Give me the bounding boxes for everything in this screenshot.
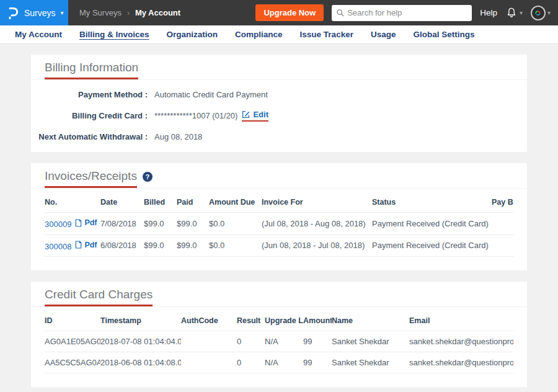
cell-amount-due: $0.0 xyxy=(209,213,262,235)
product-switcher[interactable]: Surveys ▾ xyxy=(0,0,68,25)
tab-my-account[interactable]: My Account xyxy=(6,30,71,39)
help-circle-icon[interactable]: ? xyxy=(143,172,153,182)
cell-no: 300009Pdf xyxy=(45,213,100,235)
billing-information-title: Billing Information xyxy=(45,61,138,79)
pdf-link[interactable]: Pdf xyxy=(75,241,97,249)
charge-row: AG0A1E05AG0A 2018-07-08 01:04:04.0 0 N/A… xyxy=(45,331,513,352)
pdf-link-label: Pdf xyxy=(84,218,97,227)
cell-no: 300008Pdf xyxy=(45,234,100,257)
cell-status: Payment Received (Credit Card) xyxy=(372,213,492,235)
cell-date: 6/08/2018 xyxy=(100,234,144,257)
chevron-down-icon: ▾ xyxy=(520,10,523,16)
tab-issue-tracker[interactable]: Issue Tracker xyxy=(291,30,362,39)
cell-authcode xyxy=(181,352,237,373)
cell-invoice-for: (Jul 08, 2018 - Aug 08, 2018) xyxy=(262,213,372,235)
notifications-button[interactable]: ▾ xyxy=(505,6,523,19)
account-nav: My Account Billing & Invoices Organizati… xyxy=(0,25,558,44)
top-header: Surveys ▾ My Surveys › My Account Upgrad… xyxy=(0,0,558,25)
invoice-row: 300008Pdf 6/08/2018 $99.0 $99.0 $0.0 (Ju… xyxy=(45,234,513,257)
cell-name: Sanket Shekdar xyxy=(332,331,409,352)
cell-name: Sanket Shekdar xyxy=(332,352,409,373)
invoices-header-row: No. Date Billed Paid Amount Due Invoice … xyxy=(45,192,513,213)
breadcrumb: My Surveys › My Account xyxy=(79,0,180,25)
invoices-receipts-card: Invoices/Receipts ? No. Date Billed Paid… xyxy=(31,163,527,270)
billing-credit-card-row: Billing Credit Card : ************1007 (… xyxy=(31,105,527,126)
help-search-box[interactable] xyxy=(332,5,472,21)
cell-amount-due: $0.0 xyxy=(209,234,262,257)
payment-method-label: Payment Method : xyxy=(31,90,148,99)
product-name: Surveys xyxy=(24,8,56,18)
cell-amount: 99 xyxy=(303,331,332,352)
credit-card-charges-title: Credit Card Charges xyxy=(45,288,153,306)
cell-pay-by xyxy=(492,234,513,257)
cell-pay-by xyxy=(492,213,513,235)
billing-credit-card-label: Billing Credit Card : xyxy=(31,111,148,120)
help-link[interactable]: Help xyxy=(480,8,497,17)
breadcrumb-current: My Account xyxy=(135,8,180,17)
invoices-receipts-title: Invoices/Receipts xyxy=(45,169,137,188)
pdf-link[interactable]: Pdf xyxy=(75,218,97,227)
search-icon xyxy=(336,9,344,17)
cell-id: AA5C5C5AG0A xyxy=(45,352,100,373)
avatar xyxy=(531,6,546,20)
cell-timestamp: 2018-06-08 01:04:08.0 xyxy=(100,352,181,373)
next-withdrawal-label: Next Automatic Withdrawal : xyxy=(31,132,148,141)
cell-date: 7/08/2018 xyxy=(100,213,144,235)
breadcrumb-separator-icon: › xyxy=(127,9,130,17)
tab-global-settings[interactable]: Global Settings xyxy=(404,30,483,39)
cell-paid: $99.0 xyxy=(177,234,209,257)
charge-row: AA5C5C5AG0A 2018-06-08 01:04:08.0 0 N/A … xyxy=(45,352,513,373)
chevron-down-icon: ▾ xyxy=(547,10,551,16)
cell-upgrade-level: N/A xyxy=(265,352,303,373)
cell-invoice-for: (Jun 08, 2018 - Jul 08, 2018) xyxy=(262,234,372,257)
col-date: Date xyxy=(100,192,144,213)
col-upgrade-level: Upgrade Level xyxy=(265,311,303,331)
invoice-number-link[interactable]: 300009 xyxy=(45,220,71,229)
cell-result: 0 xyxy=(237,331,265,352)
questionpro-logo-icon xyxy=(7,6,19,20)
cell-result: 0 xyxy=(237,352,265,373)
tab-organization[interactable]: Organization xyxy=(158,30,227,39)
col-no: No. xyxy=(45,192,100,213)
credit-card-charges-card: Credit Card Charges ID Timestamp AuthCod… xyxy=(31,282,527,387)
next-withdrawal-row: Next Automatic Withdrawal : Aug 08, 2018 xyxy=(31,126,527,147)
col-email: Email xyxy=(409,311,513,331)
col-id: ID xyxy=(45,311,100,331)
edit-pencil-icon xyxy=(242,110,250,118)
upgrade-now-button[interactable]: Upgrade Now xyxy=(255,4,324,21)
tab-usage[interactable]: Usage xyxy=(362,30,405,39)
tab-billing-invoices[interactable]: Billing & Invoices xyxy=(71,30,158,39)
breadcrumb-parent-link[interactable]: My Surveys xyxy=(79,8,122,17)
payment-method-row: Payment Method : Automatic Credit Card P… xyxy=(31,84,527,105)
col-billed: Billed xyxy=(144,192,177,213)
bell-icon xyxy=(505,6,518,19)
pdf-link-label: Pdf xyxy=(84,241,97,249)
charges-header-row: ID Timestamp AuthCode Result Upgrade Lev… xyxy=(45,311,513,331)
pdf-file-icon xyxy=(75,241,82,249)
cell-email: sanket.shekdar@questionpro.com xyxy=(409,352,513,373)
edit-credit-card-link[interactable]: Edit xyxy=(242,110,268,122)
header-actions: Upgrade Now Help ▾ xyxy=(255,0,558,25)
payment-method-value: Automatic Credit Card Payment xyxy=(154,90,268,99)
col-amount: Amount xyxy=(303,311,332,331)
col-paid: Paid xyxy=(177,192,209,213)
invoice-number-link[interactable]: 300008 xyxy=(45,241,71,251)
cell-billed: $99.0 xyxy=(144,213,177,235)
col-timestamp: Timestamp xyxy=(100,311,181,331)
cell-email: sanket.shekdar@questionpro.com xyxy=(409,331,513,352)
col-result: Result xyxy=(237,311,265,331)
search-input[interactable] xyxy=(347,8,467,17)
invoices-table: No. Date Billed Paid Amount Due Invoice … xyxy=(45,192,513,257)
tab-compliance[interactable]: Compliance xyxy=(226,30,291,39)
col-invoice-for: Invoice For xyxy=(262,192,372,213)
col-name: Name xyxy=(332,311,409,331)
cell-paid: $99.0 xyxy=(177,213,209,235)
col-status: Status xyxy=(372,192,492,213)
cell-billed: $99.0 xyxy=(144,234,177,257)
edit-link-label: Edit xyxy=(253,110,268,119)
col-amount-due: Amount Due xyxy=(209,192,262,213)
account-menu-button[interactable]: ▾ xyxy=(531,6,551,20)
main-content: Billing Information Payment Method : Aut… xyxy=(0,44,558,387)
cell-timestamp: 2018-07-08 01:04:04.0 xyxy=(100,331,181,352)
chevron-down-icon: ▾ xyxy=(61,10,64,16)
